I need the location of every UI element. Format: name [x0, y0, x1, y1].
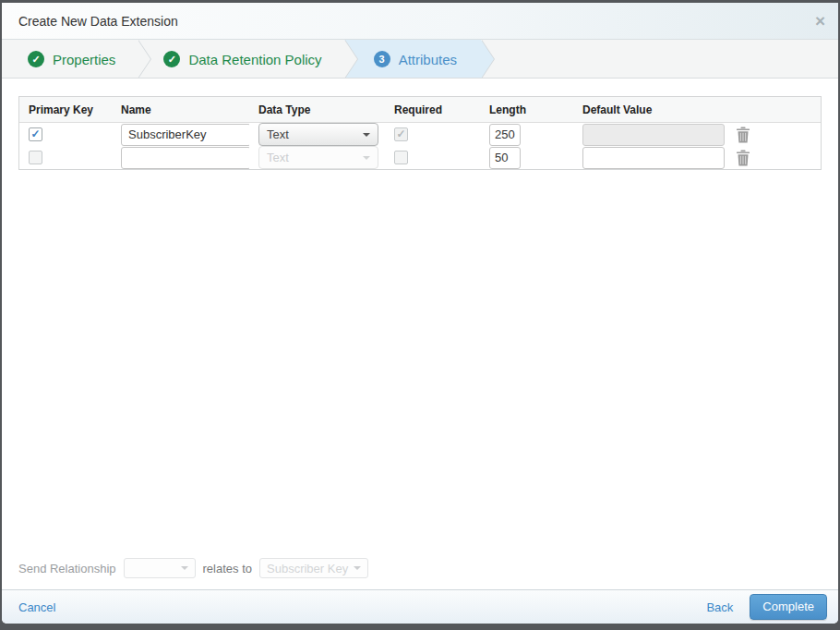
check-circle-icon: ✓	[28, 51, 44, 67]
primary-key-checkbox[interactable]	[29, 151, 42, 164]
length-input[interactable]	[489, 124, 521, 146]
length-input[interactable]	[489, 147, 521, 169]
chevron-down-icon	[363, 133, 370, 137]
step-properties[interactable]: ✓ Properties	[2, 40, 138, 79]
name-input[interactable]	[121, 147, 251, 169]
create-data-extension-modal: Create New Data Extension × ✓ Properties…	[2, 3, 838, 624]
modal-title: Create New Data Extension	[18, 14, 178, 29]
column-header-name: Name	[112, 97, 249, 123]
trash-icon[interactable]	[736, 127, 750, 143]
table-row	[19, 123, 112, 146]
step-number-icon: 3	[374, 51, 390, 67]
table-cell-required	[385, 123, 480, 146]
step-data-retention-policy-label: Data Retention Policy	[188, 52, 321, 67]
complete-button[interactable]: Complete	[750, 594, 827, 620]
column-header-default-value: Default Value	[573, 97, 726, 123]
step-properties-label: Properties	[53, 52, 115, 67]
modal-body: Primary Key Name Data Type Required Leng…	[2, 79, 838, 589]
table-cell-data-type: Text	[249, 123, 385, 146]
send-relationship-row: Send Relationship relates to Subscriber …	[18, 558, 838, 578]
data-type-value: Text	[267, 151, 289, 164]
table-cell-data-type: Text	[249, 146, 385, 169]
column-header-required: Required	[385, 97, 480, 123]
table-cell-actions	[726, 146, 821, 169]
table-cell-name	[112, 123, 249, 146]
table-cell-actions	[726, 123, 821, 146]
relates-to-label: relates to	[203, 562, 252, 575]
table-cell-default-value	[573, 123, 726, 146]
required-checkbox	[394, 127, 408, 141]
trash-icon[interactable]	[736, 150, 750, 166]
attributes-table: Primary Key Name Data Type Required Leng…	[18, 96, 822, 170]
table-cell-default-value	[573, 146, 726, 169]
table-cell-length	[480, 146, 573, 169]
default-value-input	[582, 124, 725, 146]
step-data-retention-policy[interactable]: ✓ Data Retention Policy	[138, 40, 343, 79]
data-type-select: Text	[258, 146, 378, 169]
close-icon[interactable]: ×	[815, 12, 825, 30]
table-row	[19, 146, 112, 169]
required-checkbox[interactable]	[394, 151, 408, 164]
column-header-length: Length	[480, 97, 573, 123]
column-header-primary-key: Primary Key	[19, 97, 112, 123]
name-input[interactable]	[121, 124, 251, 146]
data-type-value: Text	[267, 127, 289, 141]
send-relationship-target-value: Subscriber Key	[267, 562, 348, 575]
check-circle-icon: ✓	[163, 51, 180, 67]
modal-footer: Cancel Back Complete	[2, 589, 838, 624]
default-value-input[interactable]	[582, 147, 725, 169]
send-relationship-target-select: Subscriber Key	[259, 558, 368, 578]
column-header-data-type: Data Type	[249, 97, 385, 123]
wizard-steps: ✓ Properties ✓ Data Retention Policy 3 A…	[2, 40, 838, 79]
chevron-down-icon	[354, 566, 361, 570]
cancel-link[interactable]: Cancel	[18, 600, 55, 614]
table-cell-length	[480, 123, 573, 146]
send-relationship-source-select	[124, 558, 196, 578]
column-header-actions	[726, 97, 821, 123]
chevron-down-icon	[363, 156, 370, 160]
step-attributes[interactable]: 3 Attributes	[344, 40, 481, 79]
primary-key-checkbox[interactable]	[29, 127, 42, 141]
send-relationship-label: Send Relationship	[18, 562, 116, 575]
modal-titlebar: Create New Data Extension ×	[2, 3, 838, 40]
table-cell-name	[112, 146, 249, 169]
back-link[interactable]: Back	[706, 600, 733, 614]
chevron-down-icon	[181, 566, 188, 570]
table-cell-required	[385, 146, 480, 169]
data-type-select[interactable]: Text	[258, 123, 378, 146]
step-attributes-label: Attributes	[399, 52, 457, 67]
